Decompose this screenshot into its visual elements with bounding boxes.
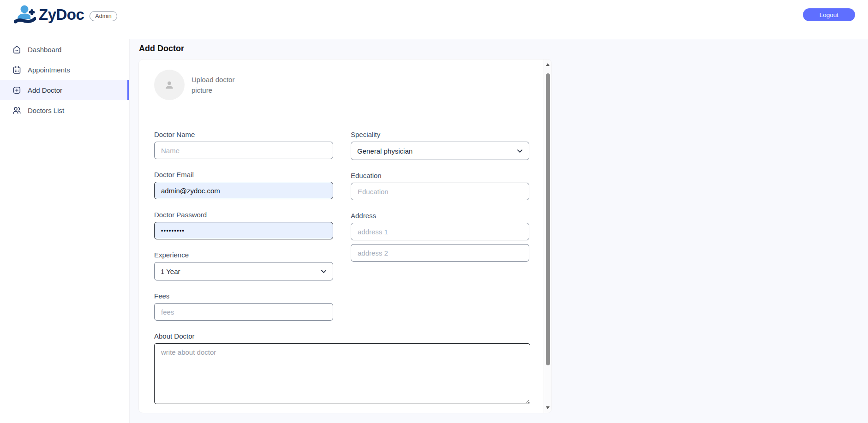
upload-label[interactable]: Upload doctor picture: [192, 74, 234, 95]
zydoc-logo-icon: [14, 4, 36, 25]
address-line1-input[interactable]: [351, 223, 529, 240]
doctor-name-input[interactable]: [154, 142, 333, 159]
sidebar-item-label: Doctors List: [28, 107, 64, 114]
chevron-down-icon: [517, 149, 523, 153]
fees-field: Fees: [154, 292, 333, 321]
upload-picture-row: Upload doctor picture: [154, 70, 529, 100]
education-label: Education: [351, 172, 529, 179]
sidebar: Dashboard Appointments: [0, 39, 130, 423]
about-doctor-textarea[interactable]: [154, 343, 530, 404]
experience-field: Experience 1 Year: [154, 251, 333, 280]
sidebar-item-label: Dashboard: [28, 46, 61, 54]
sidebar-item-appointments[interactable]: Appointments: [0, 60, 129, 80]
speciality-label: Speciality: [351, 131, 529, 138]
address-field: Address: [351, 212, 529, 262]
content-area: Add Doctor Upload doctor picture D: [130, 39, 868, 423]
about-doctor-label: About Doctor: [154, 332, 529, 340]
doctor-email-label: Doctor Email: [154, 171, 333, 179]
form-column-right: Speciality General physician Education: [351, 131, 529, 332]
speciality-field: Speciality General physician: [351, 131, 529, 160]
experience-select[interactable]: 1 Year: [154, 262, 333, 280]
sidebar-item-label: Add Doctor: [28, 86, 62, 94]
sidebar-item-doctors-list[interactable]: Doctors List: [0, 100, 129, 120]
doctor-email-input[interactable]: [154, 182, 333, 199]
add-square-icon: [12, 85, 22, 95]
doctor-password-field: Doctor Password: [154, 211, 333, 239]
address-line2-input[interactable]: [351, 244, 529, 262]
admin-badge: Admin: [90, 11, 117, 21]
brand: ZyDoc Admin: [14, 4, 117, 26]
doctor-password-label: Doctor Password: [154, 211, 333, 219]
scrollbar-up-arrow-icon[interactable]: [546, 63, 550, 66]
scrollbar-thumb[interactable]: [546, 73, 550, 365]
fees-input[interactable]: [154, 303, 333, 321]
doctor-name-field: Doctor Name: [154, 131, 333, 159]
main-layout: Dashboard Appointments: [0, 39, 868, 423]
upload-avatar[interactable]: [154, 70, 185, 100]
education-input[interactable]: [351, 183, 529, 200]
chevron-down-icon: [321, 269, 327, 274]
form-column-left: Doctor Name Doctor Email Doctor Password…: [154, 131, 333, 332]
page-title: Add Doctor: [139, 44, 868, 54]
speciality-select[interactable]: General physician: [351, 142, 529, 160]
sidebar-item-dashboard[interactable]: Dashboard: [0, 39, 129, 60]
experience-selected-value: 1 Year: [161, 268, 180, 275]
sidebar-item-add-doctor[interactable]: Add Doctor: [0, 80, 129, 100]
form-grid: Doctor Name Doctor Email Doctor Password…: [154, 131, 529, 332]
doctor-name-label: Doctor Name: [154, 131, 333, 138]
scrollbar-down-arrow-icon[interactable]: [546, 406, 550, 409]
doctor-password-input[interactable]: [154, 222, 333, 239]
brand-name: ZyDoc: [39, 6, 84, 24]
doctor-email-field: Doctor Email: [154, 171, 333, 199]
fees-label: Fees: [154, 292, 333, 300]
top-header: ZyDoc Admin Logout: [0, 0, 868, 39]
home-icon: [12, 45, 22, 54]
logout-button[interactable]: Logout: [803, 8, 855, 21]
calendar-icon: [12, 65, 22, 75]
form-scrollbar[interactable]: [544, 60, 551, 413]
education-field: Education: [351, 172, 529, 200]
experience-label: Experience: [154, 251, 333, 259]
about-doctor-field: About Doctor: [154, 332, 529, 406]
person-placeholder-icon: [162, 78, 176, 92]
people-icon: [12, 106, 22, 115]
speciality-selected-value: General physician: [357, 147, 413, 155]
add-doctor-form-card: Upload doctor picture Doctor Name Doctor…: [138, 59, 552, 413]
sidebar-item-label: Appointments: [28, 66, 70, 74]
address-label: Address: [351, 212, 529, 220]
